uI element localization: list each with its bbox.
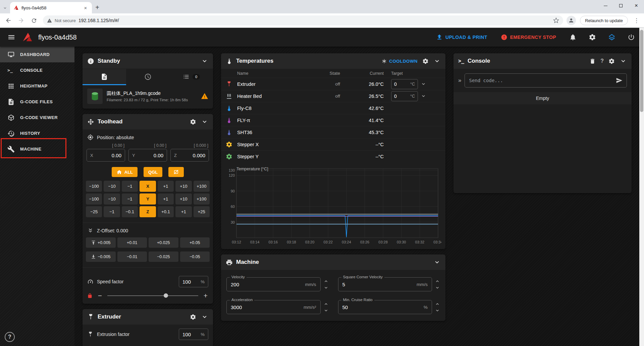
sidebar-item-gcode-viewer[interactable]: G-CODE VIEWER: [0, 110, 74, 125]
y-position-field[interactable]: Y 0.00: [128, 149, 167, 162]
interface-settings-gear-icon[interactable]: [585, 31, 600, 44]
jog-x-button[interactable]: −100: [86, 181, 102, 192]
z-offset-up-button[interactable]: +0.025: [149, 237, 178, 248]
scrollbar-thumb[interactable]: [640, 30, 643, 112]
tab-close-icon[interactable]: ×: [83, 5, 89, 11]
reload-icon[interactable]: [28, 15, 40, 26]
acceleration-field[interactable]: Acceleration 3000 mm/s²: [226, 300, 321, 314]
power-icon[interactable]: [624, 31, 639, 44]
jog-x-button[interactable]: −1: [122, 181, 138, 192]
console-collapse-chevron-icon[interactable]: [620, 57, 627, 65]
increase-extrusion-icon[interactable]: +: [203, 345, 208, 346]
gcode-file-item[interactable]: 圆柱体_PLA_1h9m.gcode Filament: 23.83 m / 7…: [83, 85, 213, 109]
jog-z-button[interactable]: −0.1: [122, 206, 138, 217]
new-tab-button[interactable]: +: [92, 2, 103, 13]
sidebar-item-gcode-files[interactable]: G-CODE FILES: [0, 94, 74, 110]
heater-bed-target-input[interactable]: 0 °C: [391, 91, 418, 101]
emergency-stop-button[interactable]: EMERGENCY STOP: [501, 34, 556, 41]
min-cruise-ratio-field[interactable]: Min. Cruise Ratio 50 %: [338, 300, 432, 314]
velocity-decrease-icon[interactable]: [323, 285, 329, 290]
window-close-button[interactable]: ×: [629, 0, 644, 11]
scv-increase-icon[interactable]: [435, 279, 440, 284]
z-offset-down-button[interactable]: −0.05: [180, 251, 210, 262]
x-position-field[interactable]: X 0.00: [87, 149, 125, 162]
lock-icon[interactable]: [87, 293, 93, 298]
browser-menu-icon[interactable]: ⋮: [632, 17, 641, 24]
toolhead-settings-gear-icon[interactable]: [190, 119, 196, 125]
jog-z-button[interactable]: +25: [194, 206, 210, 217]
speed-factor-slider[interactable]: [107, 295, 198, 296]
sidebar-item-console[interactable]: >_ CONSOLE: [0, 62, 74, 78]
console-settings-gear-icon[interactable]: [608, 58, 615, 64]
console-help-icon[interactable]: ?: [600, 58, 604, 64]
temperatures-settings-gear-icon[interactable]: [422, 58, 429, 64]
target-presets-caret-icon[interactable]: [421, 81, 426, 87]
home-all-button[interactable]: ALL: [112, 167, 138, 177]
decrease-extrusion-icon[interactable]: −: [97, 345, 103, 346]
z-offset-down-button[interactable]: −0.025: [149, 251, 178, 262]
upload-and-print-button[interactable]: UPLOAD & PRINT: [436, 34, 487, 41]
tab-current-file[interactable]: [83, 69, 126, 85]
tab-reprint[interactable]: [126, 69, 170, 85]
acceleration-increase-icon[interactable]: [323, 301, 329, 307]
jog-y-button[interactable]: −10: [104, 193, 120, 205]
z-offset-up-button[interactable]: +0.01: [117, 237, 147, 248]
sidebar-item-heightmap[interactable]: HEIGHTMAP: [0, 78, 74, 94]
jog-z-button[interactable]: +0.1: [158, 206, 174, 217]
window-maximize-button[interactable]: [613, 0, 629, 11]
velocity-increase-icon[interactable]: [323, 279, 329, 284]
jog-z-button[interactable]: −1: [104, 206, 120, 217]
window-minimize-button[interactable]: [598, 0, 613, 11]
cruise-ratio-increase-icon[interactable]: [435, 301, 440, 307]
bookmark-star-icon[interactable]: [553, 17, 559, 23]
jog-x-button[interactable]: +100: [194, 181, 210, 192]
z-offset-down-button[interactable]: −0.005: [86, 251, 116, 262]
relaunch-to-update-button[interactable]: Relaunch to update: [580, 16, 628, 25]
qgl-button[interactable]: QGL: [144, 167, 162, 177]
url-bar[interactable]: Not secure 192.168.1.125/m/#/: [43, 15, 563, 25]
sidebar-item-history[interactable]: HISTORY: [0, 125, 74, 141]
toolhead-collapse-chevron-icon[interactable]: [201, 118, 208, 125]
jog-y-button[interactable]: +100: [194, 193, 210, 205]
sidebar-item-machine[interactable]: MACHINE: [0, 141, 74, 157]
z-offset-up-button[interactable]: +0.05: [180, 237, 210, 248]
status-collapse-chevron-icon[interactable]: [201, 57, 208, 65]
motors-off-button[interactable]: [168, 167, 184, 177]
hamburger-menu-icon[interactable]: [5, 31, 17, 43]
target-presets-caret-icon[interactable]: [421, 93, 426, 99]
speed-factor-field[interactable]: 100 %: [179, 276, 208, 287]
tab-search-chevron-icon[interactable]: [0, 3, 10, 13]
browser-profile-avatar[interactable]: [567, 16, 576, 25]
axis-z-indicator[interactable]: Z: [140, 206, 156, 217]
jog-y-button[interactable]: +1: [158, 193, 174, 205]
z-position-field[interactable]: Z 0.000: [170, 149, 209, 162]
extrusion-factor-field[interactable]: 100 %: [179, 329, 208, 340]
command-history-icon[interactable]: »: [458, 77, 461, 84]
jog-y-button[interactable]: −1: [122, 193, 138, 205]
cruise-ratio-decrease-icon[interactable]: [435, 308, 440, 313]
jog-x-button[interactable]: +1: [158, 181, 174, 192]
temperatures-collapse-chevron-icon[interactable]: [433, 57, 441, 65]
cooldown-button[interactable]: COOLDOWN: [382, 59, 418, 64]
jog-x-button[interactable]: +10: [175, 181, 192, 192]
jog-z-button[interactable]: −25: [86, 206, 102, 217]
send-icon[interactable]: [616, 77, 623, 84]
slider-thumb[interactable]: [164, 293, 168, 298]
clear-console-trash-icon[interactable]: [589, 58, 596, 64]
velocity-field[interactable]: Velocity 200 mm/s: [226, 277, 321, 291]
square-corner-velocity-field[interactable]: Square Corner Velocity 5 mm/s: [338, 277, 432, 291]
jog-x-button[interactable]: −10: [104, 181, 120, 192]
machine-collapse-chevron-icon[interactable]: [433, 258, 441, 266]
axis-y-indicator[interactable]: Y: [140, 193, 156, 205]
printer-layers-icon[interactable]: [604, 31, 619, 44]
acceleration-decrease-icon[interactable]: [323, 308, 329, 313]
tab-job-queue[interactable]: 0: [169, 69, 213, 85]
sidebar-item-dashboard[interactable]: DASHBOARD: [0, 47, 74, 62]
jog-z-button[interactable]: +1: [175, 206, 192, 217]
scv-decrease-icon[interactable]: [435, 285, 440, 290]
z-offset-down-button[interactable]: −0.01: [117, 251, 147, 262]
extruder-settings-gear-icon[interactable]: [190, 314, 196, 320]
extruder-collapse-chevron-icon[interactable]: [201, 313, 208, 321]
jog-y-button[interactable]: −100: [86, 193, 102, 205]
jog-y-button[interactable]: +10: [175, 193, 192, 205]
